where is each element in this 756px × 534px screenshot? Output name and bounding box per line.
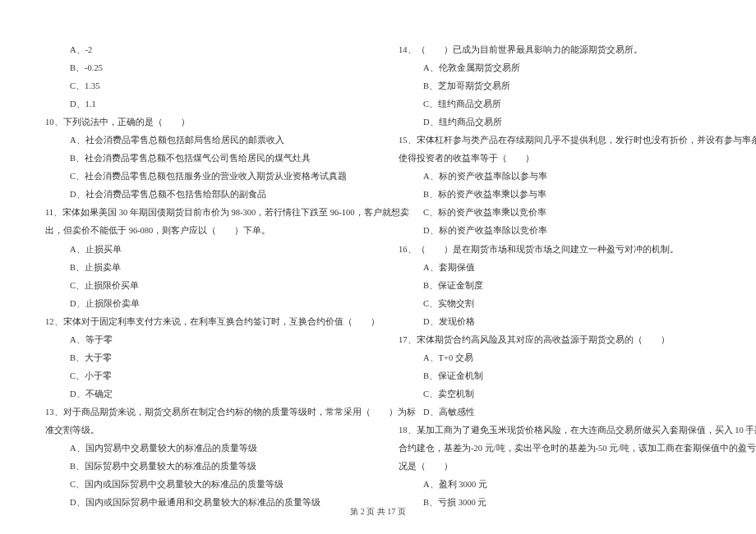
question-stem: 12、宋体对于固定利率支付方来说，在利率互换合约签订时，互换合约价值（ ） [45,313,357,331]
option: C、止损限价买单 [45,277,357,295]
option: D、发现价格 [399,313,711,331]
right-column: 14、（ ）已成为目前世界最具影响力的能源期货交易所。 A、伦敦金属期货交易所 … [378,41,731,512]
question-stem-cont: 合约建仓，基差为-20 元/吨，卖出平仓时的基差为-50 元/吨，该加工商在套期… [399,440,711,458]
option: B、保证金制度 [399,277,711,295]
option: C、小于零 [45,367,357,385]
option: D、纽约商品交易所 [399,113,711,131]
question-stem: 14、（ ）已成为目前世界最具影响力的能源期货交易所。 [399,41,711,59]
option: D、标的资产收益率除以竞价率 [399,222,711,240]
option: C、1.35 [45,77,357,95]
option: A、盈利 3000 元 [399,476,711,494]
option: C、纽约商品交易所 [399,95,711,113]
question-stem: 17、宋体期货合约高风险及其对应的高收益源于期货交易的（ ） [399,331,711,349]
option: A、国内贸易中交易量较大的标准品的质量等级 [45,440,357,458]
question-stem: 13、对于商品期货来说，期货交易所在制定合约标的物的质量等级时，常常采用（ ）为… [45,403,357,421]
question-stem-cont: 使得投资者的收益率等于（ ） [399,150,711,168]
question-stem: 11、宋体如果美国 30 年期国债期货目前市价为 98-300，若行情往下跌至 … [45,204,357,222]
option: C、卖空机制 [399,385,711,403]
page-footer: 第 2 页 共 17 页 [0,506,756,518]
option: D、高敏感性 [399,403,711,421]
page-content: A、-2 B、-0.25 C、1.35 D、1.1 10、下列说法中，正确的是（… [0,0,756,524]
question-stem: 16、（ ）是在期货市场和现货市场之间建立一种盈亏对冲的机制。 [399,241,711,259]
option: C、国内或国际贸易中交易量较大的标准品的质量等级 [45,476,357,494]
option: D、社会消费品零售总额不包括售给部队的副食品 [45,186,357,204]
option: B、国际贸易中交易量较大的标准品的质量等级 [45,458,357,476]
option: A、止损买单 [45,241,357,259]
option: B、-0.25 [45,59,357,77]
option: B、保证金机制 [399,367,711,385]
option: B、社会消费品零售总额不包括煤气公司售给居民的煤气灶具 [45,150,357,168]
option: B、大于零 [45,349,357,367]
option: A、T+0 交易 [399,349,711,367]
option: B、标的资产收益率乘以参与率 [399,186,711,204]
option: A、伦敦金属期货交易所 [399,59,711,77]
option: A、标的资产收益率除以参与率 [399,168,711,186]
option: B、止损卖单 [45,259,357,277]
option: C、实物交割 [399,295,711,313]
question-stem: 15、宋体杠杆参与类产品在存续期间几乎不提供利息，发行时也没有折价，并设有参与率… [399,131,711,150]
option: A、套期保值 [399,259,711,277]
option: C、标的资产收益率乘以竞价率 [399,204,711,222]
question-stem-cont: 出，但卖价不能低于 96-080，则客户应以（ ）下单。 [45,222,357,240]
option: A、-2 [45,41,357,59]
option: B、芝加哥期货交易所 [399,77,711,95]
option: D、止损限价卖单 [45,295,357,313]
question-stem-cont: 况是（ ） [399,458,711,476]
option: D、1.1 [45,95,357,113]
question-stem: 18、某加工商为了避免玉米现货价格风险，在大连商品交易所做买入套期保值，买入 1… [399,421,711,440]
left-column: A、-2 B、-0.25 C、1.35 D、1.1 10、下列说法中，正确的是（… [25,41,378,512]
question-stem: 10、下列说法中，正确的是（ ） [45,113,357,131]
option: A、社会消费品零售总额包括邮局售给居民的邮票收入 [45,131,357,150]
option: A、等于零 [45,331,357,349]
option: D、不确定 [45,385,357,403]
question-stem-cont: 准交割等级。 [45,421,357,440]
option: C、社会消费品零售总额包括服务业的营业收入期货从业资格考试真题 [45,168,357,186]
